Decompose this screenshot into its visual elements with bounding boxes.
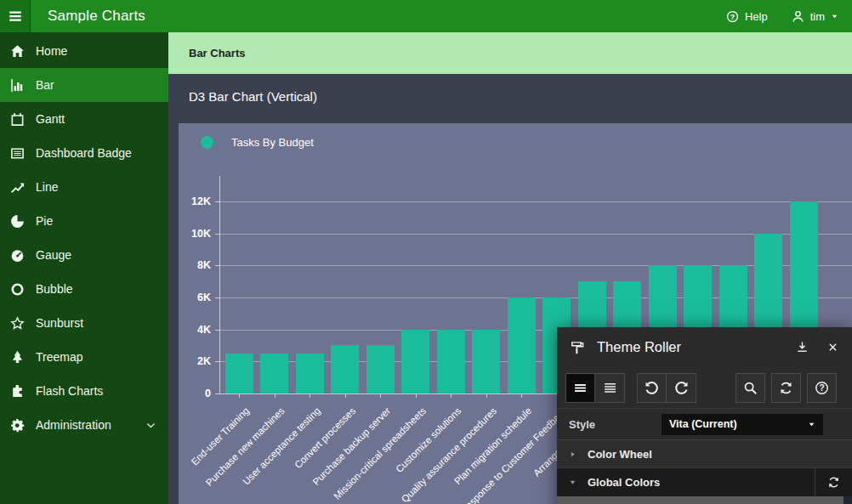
- paint-roller-icon: [571, 340, 585, 354]
- sidebar-item-bar[interactable]: Bar: [0, 68, 168, 102]
- sidebar-item-home[interactable]: Home: [0, 34, 168, 68]
- sidebar-item-sunburst[interactable]: Sunburst: [0, 306, 168, 340]
- triangle-down-icon: [569, 479, 577, 486]
- help-button[interactable]: ? Help: [726, 10, 768, 23]
- y-tick-label: 10K: [180, 227, 211, 241]
- x-tick-mark: [416, 394, 417, 398]
- sidebar-item-administration[interactable]: Administration: [0, 408, 168, 442]
- panel-title: D3 Bar Chart (Vertical): [189, 89, 317, 104]
- sidebar-item-label: Bar: [36, 78, 54, 92]
- list-compact-icon: [573, 381, 588, 395]
- export-theme-button[interactable]: [796, 341, 809, 354]
- caret-down-icon: [808, 421, 815, 428]
- sidebar-item-line[interactable]: Line: [0, 170, 168, 204]
- x-tick-mark: [239, 394, 240, 398]
- app-window: Sample Charts ? Help tim HomeBarGanttDas…: [0, 0, 852, 504]
- bar[interactable]: [296, 354, 324, 394]
- style-select[interactable]: Vita (Current): [662, 414, 823, 435]
- y-tick-mark: [215, 394, 219, 394]
- undo-icon: [645, 381, 659, 395]
- bar[interactable]: [401, 330, 429, 394]
- section-global-colors[interactable]: Global Colors: [557, 467, 852, 496]
- hamburger-menu-button[interactable]: [0, 0, 31, 32]
- y-tick-label: 6K: [180, 291, 211, 304]
- page-header-bar: Bar Charts: [168, 32, 852, 74]
- y-tick-mark: [215, 297, 219, 298]
- compact-view-button[interactable]: [565, 373, 595, 403]
- sidebar-item-label: Treemap: [36, 350, 83, 364]
- chevron-down-icon: [145, 420, 156, 431]
- bar[interactable]: [260, 354, 288, 394]
- close-icon: [827, 342, 838, 353]
- sidebar-item-dashboard-badge[interactable]: Dashboard Badge: [0, 136, 168, 170]
- top-header: Sample Charts ? Help tim: [0, 0, 852, 32]
- bar[interactable]: [225, 354, 253, 394]
- undo-button[interactable]: [637, 373, 667, 403]
- caret-down-icon: [831, 13, 838, 20]
- redo-button[interactable]: [667, 373, 696, 403]
- sidebar-item-bubble[interactable]: Bubble: [0, 272, 168, 306]
- sidebar-item-label: Flash Charts: [36, 384, 103, 398]
- sidebar-item-label: Dashboard Badge: [36, 146, 132, 160]
- y-tick-mark: [215, 265, 219, 266]
- bar[interactable]: [472, 330, 500, 394]
- bar[interactable]: [437, 330, 465, 394]
- scrollbar[interactable]: [843, 496, 852, 504]
- chart-legend[interactable]: Tasks By Budget: [201, 136, 314, 149]
- search-icon: [743, 381, 758, 395]
- user-menu-button[interactable]: tim: [792, 10, 838, 23]
- sidebar-item-label: Pie: [36, 214, 53, 228]
- question-circle-icon: ?: [726, 10, 739, 23]
- comfortable-view-button[interactable]: [595, 373, 625, 403]
- legend-label: Tasks By Budget: [231, 136, 314, 149]
- gridline: [219, 201, 852, 202]
- bar[interactable]: [508, 297, 536, 394]
- hamburger-icon: [8, 8, 23, 24]
- breadcrumb: Bar Charts: [189, 47, 245, 59]
- style-label: Style: [569, 418, 595, 431]
- sidebar-item-label: Bubble: [36, 282, 73, 296]
- line-chart-icon: [10, 180, 25, 195]
- refresh-button[interactable]: [771, 373, 801, 403]
- svg-text:?: ?: [819, 382, 824, 392]
- sidebar-item-gauge[interactable]: Gauge: [0, 238, 168, 272]
- bubble-icon: [10, 282, 25, 297]
- star-icon: [10, 316, 25, 331]
- y-tick-label: 2K: [180, 354, 211, 368]
- theme-roller-toolbar: ?: [557, 367, 852, 409]
- sidebar-item-label: Sunburst: [36, 316, 83, 330]
- y-tick-label: 4K: [180, 323, 211, 337]
- style-row: Style Vita (Current): [557, 409, 852, 439]
- svg-text:?: ?: [730, 12, 735, 20]
- close-button[interactable]: [827, 342, 838, 353]
- bar[interactable]: [331, 345, 359, 394]
- search-button[interactable]: [736, 373, 765, 403]
- x-tick-label: End-user Training: [190, 405, 252, 467]
- reset-global-colors-button[interactable]: [815, 468, 852, 496]
- triangle-right-icon: [569, 450, 577, 458]
- x-tick-label: Customize solutions: [394, 405, 463, 474]
- redo-icon: [674, 381, 689, 395]
- list-comfortable-icon: [603, 381, 617, 395]
- theme-roller-panel: Theme Roller ? Style Vita (Current) Colo…: [557, 327, 852, 504]
- puzzle-icon: [10, 384, 25, 399]
- sidebar-item-flash-charts[interactable]: Flash Charts: [0, 374, 168, 408]
- help-button[interactable]: ?: [807, 373, 837, 403]
- bar-chart-icon: [10, 78, 25, 93]
- header-actions: ? Help tim: [726, 10, 852, 23]
- home-icon: [10, 44, 25, 59]
- person-icon: [792, 10, 804, 23]
- sidebar-item-gantt[interactable]: Gantt: [0, 102, 168, 136]
- y-tick-mark: [215, 361, 219, 362]
- y-tick-label: 12K: [180, 195, 211, 208]
- gauge-icon: [10, 248, 25, 263]
- help-circle-icon: ?: [815, 381, 829, 395]
- section-color-wheel[interactable]: Color Wheel: [557, 439, 852, 467]
- bar[interactable]: [366, 345, 395, 394]
- y-tick-label: 8K: [180, 258, 211, 272]
- sidebar-item-label: Line: [36, 180, 58, 194]
- sidebar-item-treemap[interactable]: Treemap: [0, 340, 168, 374]
- sidebar-item-pie[interactable]: Pie: [0, 204, 168, 238]
- x-tick-mark: [486, 394, 487, 398]
- style-select-value: Vita (Current): [669, 418, 737, 430]
